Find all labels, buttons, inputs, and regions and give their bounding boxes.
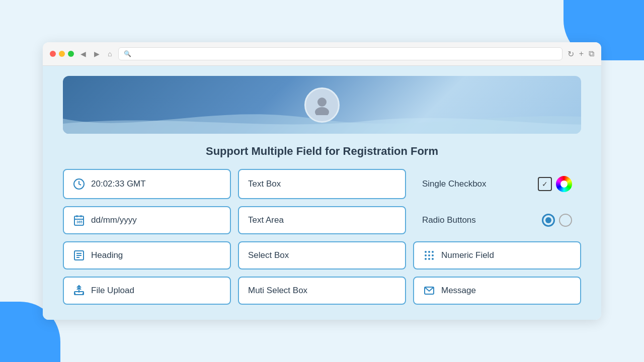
selectbox-field-label: Select Box — [248, 250, 289, 260]
heading-field-label: Heading — [91, 250, 123, 260]
date-field-button[interactable]: 365 dd/mm/yyyy — [63, 206, 231, 234]
home-button[interactable]: ⌂ — [106, 50, 113, 58]
back-button[interactable]: ◀ — [79, 50, 88, 58]
textarea-field-button[interactable]: Text Area — [238, 206, 406, 234]
url-bar[interactable]: 🔍 — [118, 47, 562, 60]
traffic-lights — [50, 51, 74, 57]
upload-icon — [73, 285, 85, 297]
color-wheel-icon — [556, 176, 572, 192]
svg-point-1 — [315, 107, 329, 115]
calendar-icon: 365 — [73, 214, 85, 226]
message-icon — [423, 285, 435, 297]
radio-buttons-label: Radio Buttons — [422, 215, 476, 225]
grid-dots-svg — [423, 249, 435, 261]
svg-text:365: 365 — [76, 220, 83, 224]
textbox-field-button[interactable]: Text Box — [238, 169, 406, 199]
radio-icons — [542, 214, 572, 227]
fields-grid: 20:02:33 GMT Text Box Single Checkbox ✓ — [63, 169, 581, 305]
svg-point-12 — [425, 251, 427, 253]
radio-filled-icon — [542, 214, 555, 227]
checkbox-icons: ✓ — [538, 176, 572, 192]
svg-point-15 — [425, 254, 427, 256]
single-checkbox-field[interactable]: Single Checkbox ✓ — [413, 169, 581, 199]
search-icon: 🔍 — [124, 50, 131, 57]
file-upload-field-button[interactable]: File Upload — [63, 277, 231, 305]
svg-point-18 — [425, 258, 427, 260]
maximize-button[interactable] — [68, 51, 74, 57]
new-tab-icon[interactable]: + — [579, 49, 584, 58]
date-field-label: dd/mm/yyyy — [91, 215, 137, 225]
clock-field-label: 20:02:33 GMT — [91, 179, 146, 189]
forward-button[interactable]: ▶ — [93, 50, 101, 58]
refresh-icon[interactable]: ↻ — [568, 49, 574, 59]
svg-point-14 — [432, 251, 434, 253]
close-button[interactable] — [50, 51, 56, 57]
hero-banner — [63, 76, 581, 134]
svg-point-16 — [428, 254, 430, 256]
multiselect-field-button[interactable]: Muti Select Box — [238, 277, 406, 305]
avatar-icon — [312, 95, 332, 115]
clock-field-button[interactable]: 20:02:33 GMT — [63, 169, 231, 199]
checkbox-icon: ✓ — [538, 177, 552, 191]
svg-point-20 — [432, 258, 434, 260]
svg-point-13 — [428, 251, 430, 253]
numeric-icon — [423, 249, 435, 261]
avatar — [304, 87, 340, 123]
radio-empty-icon — [559, 214, 572, 227]
heading-field-button[interactable]: Heading — [63, 241, 231, 269]
svg-point-0 — [317, 98, 327, 107]
message-field-button[interactable]: Message — [413, 277, 581, 305]
single-checkbox-label: Single Checkbox — [422, 179, 487, 189]
page-content: Support Multiple Field for Registration … — [43, 66, 601, 320]
page-title: Support Multiple Field for Registration … — [63, 145, 581, 158]
svg-point-19 — [428, 258, 430, 260]
selectbox-field-button[interactable]: Select Box — [238, 241, 406, 269]
radio-buttons-field[interactable]: Radio Buttons — [413, 206, 581, 234]
numeric-field-button[interactable]: Numeric Field — [413, 241, 581, 269]
clock-icon — [73, 178, 85, 190]
browser-window: ◀ ▶ ⌂ 🔍 ↻ + ⧉ Support Multiple Field for — [43, 42, 601, 320]
multiselect-field-label: Muti Select Box — [248, 286, 307, 296]
minimize-button[interactable] — [59, 51, 65, 57]
file-upload-field-label: File Upload — [91, 286, 134, 296]
copy-icon[interactable]: ⧉ — [589, 49, 594, 58]
heading-icon — [73, 249, 85, 261]
message-field-label: Message — [441, 286, 476, 296]
browser-chrome: ◀ ▶ ⌂ 🔍 ↻ + ⧉ — [43, 42, 601, 66]
textbox-field-label: Text Box — [248, 179, 281, 189]
svg-point-17 — [432, 254, 434, 256]
textarea-field-label: Text Area — [248, 215, 284, 225]
numeric-field-label: Numeric Field — [441, 250, 494, 260]
